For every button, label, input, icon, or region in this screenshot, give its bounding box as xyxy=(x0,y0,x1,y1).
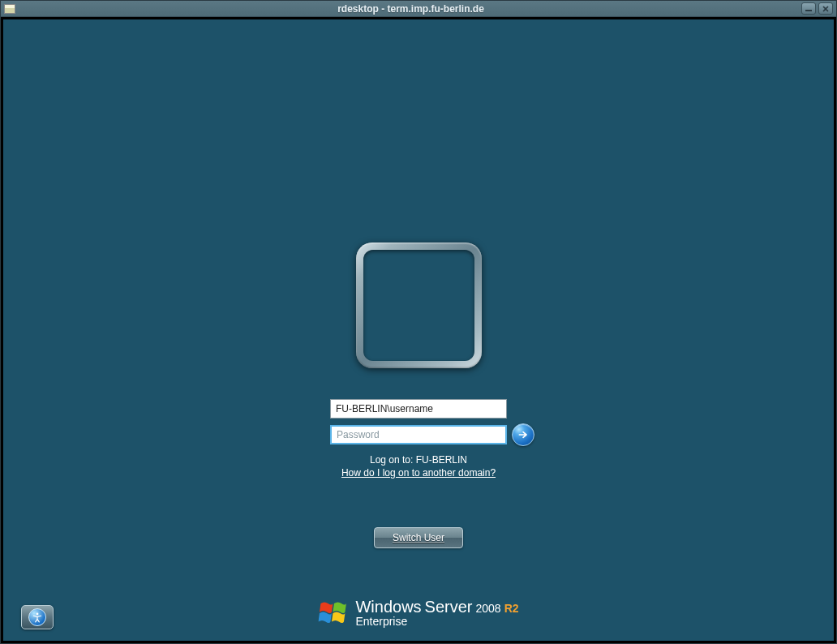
user-picture xyxy=(363,250,474,361)
titlebar[interactable]: rdesktop - term.imp.fu-berlin.de xyxy=(1,1,836,17)
close-button[interactable] xyxy=(818,2,833,15)
domain-help-link[interactable]: How do I log on to another domain? xyxy=(341,467,496,479)
os-branding: Windows Server 2008 R2 Enterprise xyxy=(318,599,518,628)
minimize-button[interactable] xyxy=(801,2,816,15)
arrow-right-icon xyxy=(517,428,530,441)
close-icon xyxy=(822,5,830,13)
svg-rect-0 xyxy=(805,10,812,11)
password-input[interactable] xyxy=(330,425,507,444)
ease-of-access-icon xyxy=(28,608,46,626)
password-row xyxy=(330,425,507,444)
switch-user-label: Switch User xyxy=(393,532,444,543)
brand-windows: Windows xyxy=(355,599,421,616)
svg-point-1 xyxy=(36,613,39,616)
window-frame: rdesktop - term.imp.fu-berlin.de xyxy=(0,0,837,644)
login-screen: Log on to: FU-BERLIN How do I log on to … xyxy=(1,17,836,643)
window-title: rdesktop - term.imp.fu-berlin.de xyxy=(20,3,801,15)
username-input[interactable] xyxy=(330,399,507,419)
brand-r2: R2 xyxy=(504,603,519,615)
brand-edition: Enterprise xyxy=(355,616,518,628)
user-picture-frame xyxy=(356,243,482,368)
username-row xyxy=(330,399,507,419)
windows-logo-icon xyxy=(318,599,347,627)
brand-year: 2008 xyxy=(475,603,500,615)
window-controls xyxy=(801,2,833,15)
brand-server: Server xyxy=(425,599,473,616)
login-panel: Log on to: FU-BERLIN How do I log on to … xyxy=(330,243,507,548)
branding-text: Windows Server 2008 R2 Enterprise xyxy=(355,599,518,628)
app-icon xyxy=(4,4,15,14)
submit-button[interactable] xyxy=(512,423,534,446)
ease-of-access-button[interactable] xyxy=(21,605,54,629)
minimize-icon xyxy=(805,6,813,12)
switch-user-button[interactable]: Switch User xyxy=(374,527,463,548)
logon-domain-label: Log on to: FU-BERLIN xyxy=(370,454,467,466)
